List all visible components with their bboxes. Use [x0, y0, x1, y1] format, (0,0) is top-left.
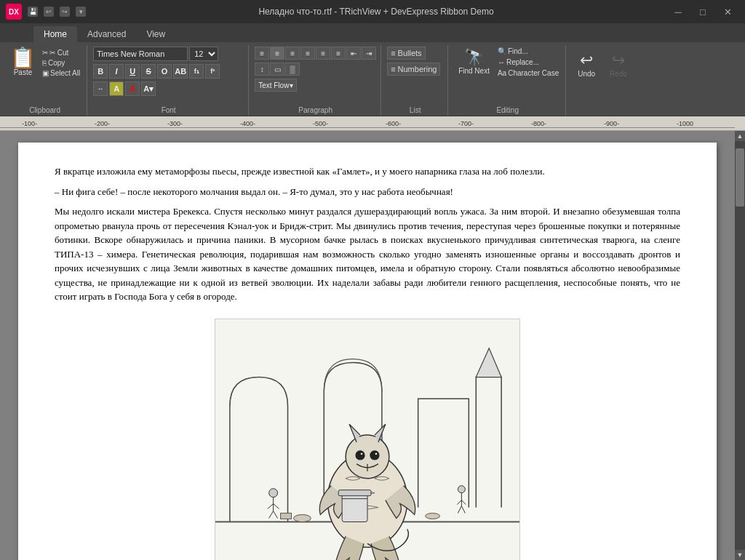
superscript-button[interactable]: f²: [205, 64, 220, 79]
save-button[interactable]: 💾: [28, 7, 38, 17]
window-title: Неладно что-то.rtf - TRichView + DevExpr…: [258, 7, 493, 17]
clipboard-group-label: Clipboard: [3, 106, 87, 114]
text-color-button[interactable]: A▾: [141, 81, 156, 96]
cut-button[interactable]: ✂ ✂ Cut: [40, 48, 82, 57]
color-button[interactable]: A: [125, 81, 140, 96]
more-quick-button[interactable]: ▾: [76, 7, 86, 17]
character-case-button[interactable]: Aa Character Case: [495, 68, 561, 78]
copy-icon: ⎘: [42, 59, 47, 67]
clipboard-small-buttons: ✂ ✂ Cut ⎘ Copy ▣ Select All: [40, 47, 82, 78]
cut-label: ✂ Cut: [49, 49, 68, 57]
font-group-label: Font: [89, 106, 248, 114]
tab-home[interactable]: Home: [33, 26, 77, 42]
font-row3: ↔ A A A▾: [93, 81, 156, 96]
svg-rect-33: [342, 492, 367, 521]
scroll-down-button[interactable]: ▼: [735, 550, 745, 560]
ribbon-group-paragraph: ≡ ≡ ≡ ≡ ≡ ≡ ⇤ ⇥ ↕ ▭ ▒ Text Flow ▾ Paragr…: [250, 45, 381, 116]
para-spacing-button[interactable]: ↕: [255, 63, 269, 76]
scroll-up-button[interactable]: ▲: [735, 131, 745, 141]
numbering-button[interactable]: ≡ Numbering: [387, 63, 440, 76]
shading-button[interactable]: ▒: [285, 63, 300, 76]
find-next-button[interactable]: 🔭 Find Next: [454, 47, 494, 78]
italic-button[interactable]: I: [109, 64, 124, 79]
redo-icon: ↪: [612, 51, 625, 70]
scroll-track[interactable]: [735, 141, 745, 550]
find-icon: 🔍: [498, 47, 506, 55]
align-dist-button[interactable]: ≡: [316, 47, 330, 60]
svg-text:-400-: -400-: [240, 120, 255, 127]
font-row2: B I U S O AB f₁ f²: [93, 64, 220, 79]
undo-quick-button[interactable]: ↩: [44, 7, 54, 17]
outline-button[interactable]: O: [157, 64, 172, 79]
paste-button[interactable]: 📋 Paste: [7, 47, 39, 78]
select-all-icon: ▣: [42, 69, 49, 77]
character-case-icon: Aa: [498, 69, 506, 77]
redo-quick-button[interactable]: ↪: [60, 7, 70, 17]
numbering-label: Numbering: [398, 65, 437, 73]
find-button[interactable]: 🔍 Find...: [495, 47, 561, 56]
scroll-thumb[interactable]: [736, 148, 744, 207]
replace-icon: ↔: [498, 58, 505, 66]
svg-text:-700-: -700-: [458, 120, 474, 127]
dx-logo: DX: [6, 4, 22, 20]
redo-button[interactable]: ↪ Redo: [604, 49, 633, 79]
tab-view[interactable]: View: [136, 26, 175, 42]
document-illustration: [215, 319, 520, 561]
font-size-select[interactable]: 12101416: [189, 47, 218, 61]
tab-advanced[interactable]: Advanced: [77, 26, 136, 42]
bold-button[interactable]: B: [93, 64, 108, 79]
find-next-label: Find Next: [458, 67, 490, 75]
doc-area: Я вкратце изложила ему метаморфозы пьесы…: [0, 131, 745, 560]
select-all-button[interactable]: ▣ Select All: [40, 68, 82, 78]
copy-button[interactable]: ⎘ Copy: [40, 58, 82, 68]
para-content: ≡ ≡ ≡ ≡ ≡ ≡ ⇤ ⇥ ↕ ▭ ▒ Text Flow ▾: [255, 47, 376, 116]
paragraph-2: – Ни фига себе! – после некоторого молча…: [55, 185, 680, 199]
para-row2: ↕ ▭ ▒: [255, 63, 300, 76]
indent-right-button[interactable]: ⇥: [362, 47, 376, 60]
undo-button[interactable]: ↩ Undo: [572, 49, 601, 79]
editing-content: 🔭 Find Next 🔍 Find... ↔ Replace... Aa Ch…: [454, 47, 561, 116]
clipboard-content: 📋 Paste ✂ ✂ Cut ⎘ Copy ▣ Select All: [7, 47, 82, 116]
minimize-button[interactable]: ─: [666, 0, 690, 23]
maximize-button[interactable]: □: [691, 0, 714, 23]
title-bar: DX 💾 ↩ ↪ ▾ Неладно что-то.rtf - TRichVie…: [0, 0, 745, 23]
align-justify-button[interactable]: ≡: [300, 47, 315, 60]
undo-label: Undo: [578, 70, 595, 78]
align-left-button[interactable]: ≡: [255, 47, 269, 60]
textflow-dropdown[interactable]: Text Flow ▾: [255, 79, 297, 92]
border-button[interactable]: ▭: [270, 63, 284, 76]
underline-button[interactable]: U: [125, 64, 140, 79]
indent-left-button[interactable]: ⇤: [346, 47, 361, 60]
font-name-input[interactable]: [93, 47, 188, 61]
document-scroll[interactable]: Я вкратце изложила ему метаморфозы пьесы…: [0, 131, 735, 560]
svg-point-17: [370, 451, 379, 460]
close-button[interactable]: ✕: [716, 0, 739, 23]
ribbon-tabs: Home Advanced View: [0, 23, 745, 42]
select-all-label: Select All: [50, 69, 80, 77]
undo-icon: ↩: [580, 51, 593, 70]
svg-text:-900-: -900-: [604, 120, 619, 127]
svg-text:-500-: -500-: [313, 120, 328, 127]
highlight-button[interactable]: A: [109, 81, 124, 96]
vertical-scrollbar[interactable]: ▲ ▼: [735, 131, 745, 560]
subscript-button[interactable]: f₁: [189, 64, 204, 79]
rtl-button[interactable]: ↔: [93, 81, 108, 96]
svg-point-19: [375, 452, 378, 455]
paste-label: Paste: [14, 68, 33, 76]
paragraph-1: Я вкратце изложила ему метаморфозы пьесы…: [55, 164, 680, 179]
align-thai-button[interactable]: ≡: [331, 47, 346, 60]
ruler-svg: -100- -200- -300- -400- -500- -600- -700…: [0, 116, 735, 131]
align-center-button[interactable]: ≡: [270, 47, 284, 60]
editing-row1: 🔭 Find Next 🔍 Find... ↔ Replace... Aa Ch…: [454, 47, 561, 78]
svg-text:-1000: -1000: [677, 120, 693, 127]
document-image-container: [55, 319, 680, 561]
align-right-button[interactable]: ≡: [285, 47, 300, 60]
strikethrough-button[interactable]: S: [141, 64, 156, 79]
allcaps-button[interactable]: AB: [173, 64, 188, 79]
replace-button[interactable]: ↔ Replace...: [495, 57, 561, 67]
bullets-button[interactable]: ≡ Bullets: [387, 47, 425, 60]
svg-point-16: [356, 451, 364, 460]
window-controls: ─ □ ✕: [666, 0, 739, 23]
svg-rect-35: [338, 489, 371, 495]
svg-rect-0: [0, 127, 735, 128]
